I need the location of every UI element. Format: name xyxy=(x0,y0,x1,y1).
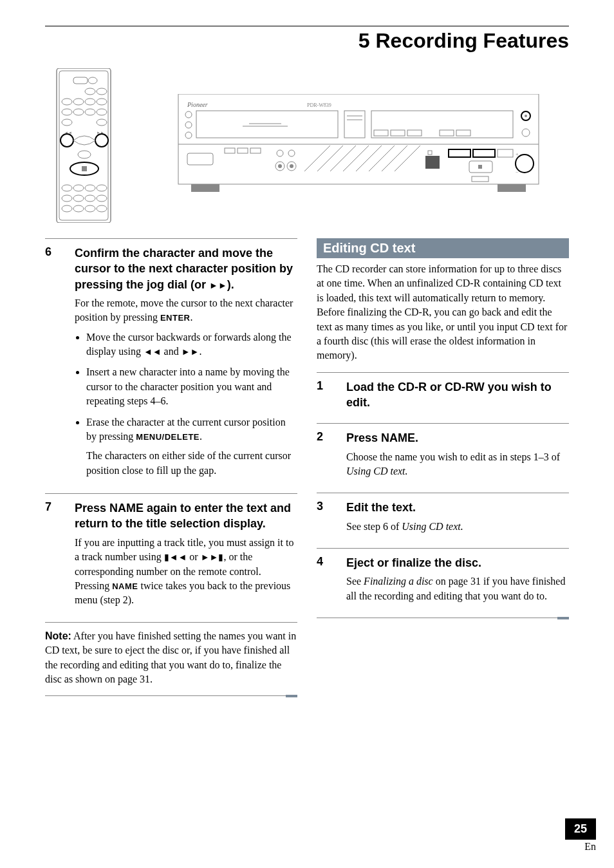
step7-text: If you are inputting a track title, you … xyxy=(75,536,297,608)
left-column: 6 Confirm the character and move the cur… xyxy=(45,238,297,698)
svg-rect-50 xyxy=(391,130,405,136)
step-r1-head: Load the CD-R or CD-RW you wish to edit. xyxy=(346,379,569,411)
svg-point-30 xyxy=(97,195,107,202)
svg-rect-22 xyxy=(82,166,87,171)
step-number: 1 xyxy=(317,379,346,415)
svg-rect-83 xyxy=(472,176,488,182)
svg-point-39 xyxy=(185,132,192,138)
svg-point-4 xyxy=(85,88,95,95)
name-label: NAME xyxy=(112,581,138,591)
svg-point-28 xyxy=(73,195,84,202)
step-r1: 1 Load the CD-R or CD-RW you wish to edi… xyxy=(317,372,569,415)
svg-line-69 xyxy=(356,146,382,171)
svg-point-9 xyxy=(97,99,107,105)
b1e: . xyxy=(199,346,201,357)
svg-point-64 xyxy=(290,164,293,168)
rew-icon: ◄◄ xyxy=(144,346,162,357)
svg-line-66 xyxy=(317,146,343,171)
b1c: and xyxy=(162,346,181,357)
svg-rect-49 xyxy=(374,130,388,136)
svg-point-34 xyxy=(97,205,107,212)
step6-text1: For the remote, move the cursor to the n… xyxy=(75,296,297,325)
step6-text1c: . xyxy=(190,312,192,323)
step-r4-head: Eject or finalize the disc. xyxy=(346,555,569,571)
svg-rect-45 xyxy=(371,111,513,138)
section-end-mark xyxy=(45,695,297,698)
svg-line-68 xyxy=(343,146,369,171)
svg-point-6 xyxy=(62,99,72,105)
svg-rect-52 xyxy=(440,130,454,136)
r2a: Choose the name you wish to edit as in s… xyxy=(346,451,560,462)
device-model: PDR-W839 xyxy=(307,102,331,108)
s7b: or xyxy=(187,551,200,562)
svg-rect-74 xyxy=(428,151,432,155)
svg-point-26 xyxy=(97,185,107,191)
step-r2: 2 Press NAME. Choose the name you wish t… xyxy=(317,423,569,484)
svg-point-8 xyxy=(85,99,95,105)
step-6: 6 Confirm the character and move the cur… xyxy=(45,238,297,484)
step-number: 7 xyxy=(45,500,75,613)
note-block: Note: After you have finished setting th… xyxy=(45,622,297,687)
svg-point-3 xyxy=(88,77,97,84)
step-r3-head: Edit the text. xyxy=(346,500,569,515)
menu-delete-label: MENU/DELETE xyxy=(136,432,200,442)
step-number: 2 xyxy=(317,430,346,484)
page-footer: 25 En xyxy=(565,818,596,853)
prev-track-icon: ▮◄◄ xyxy=(164,552,187,562)
svg-point-59 xyxy=(277,150,283,156)
svg-point-19 xyxy=(95,134,108,147)
step7-heading: Press NAME again to enter the text and r… xyxy=(75,500,297,532)
svg-line-67 xyxy=(330,146,356,171)
section-title-bar: Editing CD text xyxy=(317,238,569,258)
step-number: 4 xyxy=(317,555,346,609)
step-number: 3 xyxy=(317,500,346,539)
svg-point-18 xyxy=(60,134,73,147)
step6-aftertext: The characters on either side of the cur… xyxy=(86,449,297,478)
svg-rect-56 xyxy=(225,148,235,153)
svg-point-5 xyxy=(97,88,107,95)
svg-point-15 xyxy=(97,119,107,126)
step-r2-text: Choose the name you wish to edit as in s… xyxy=(346,450,569,479)
svg-rect-36 xyxy=(196,111,338,138)
svg-point-62 xyxy=(278,164,282,168)
svg-rect-53 xyxy=(456,130,470,136)
r3a: See step 6 of xyxy=(346,521,402,532)
remote-illustration: ◄◄ ►► xyxy=(45,68,122,223)
step6-bullets: Move the cursor backwards or forwards al… xyxy=(75,330,297,478)
svg-rect-42 xyxy=(344,111,365,138)
svg-rect-57 xyxy=(237,148,248,153)
svg-point-23 xyxy=(62,185,72,191)
ff-icon: ►► xyxy=(181,346,200,357)
svg-rect-77 xyxy=(498,149,513,157)
svg-rect-85 xyxy=(498,184,526,192)
page-number: 25 xyxy=(565,818,596,840)
svg-line-72 xyxy=(395,146,420,171)
step-number: 6 xyxy=(45,245,75,484)
svg-point-47 xyxy=(525,115,527,117)
svg-point-37 xyxy=(185,111,192,118)
svg-point-11 xyxy=(73,109,84,115)
svg-rect-58 xyxy=(250,148,261,153)
svg-rect-76 xyxy=(473,149,495,157)
svg-point-27 xyxy=(62,195,72,202)
chapter-title: 5 Recording Features xyxy=(45,29,569,53)
step-r3-text: See step 6 of Using CD text. xyxy=(346,520,569,534)
step6-head-b: ). xyxy=(227,278,234,291)
svg-point-13 xyxy=(97,109,107,115)
r2i: Using CD text. xyxy=(346,466,408,476)
svg-line-65 xyxy=(304,146,330,171)
r4a: See xyxy=(346,576,364,587)
svg-point-33 xyxy=(85,205,95,212)
step6-bullet-2: Insert a new character into a name by mo… xyxy=(86,365,297,408)
svg-point-24 xyxy=(73,185,84,191)
header-rule xyxy=(45,26,569,26)
note-text: After you have finished setting the name… xyxy=(45,630,296,684)
r4i: Finalizing a disc xyxy=(364,576,433,587)
svg-point-12 xyxy=(85,109,95,115)
step-r4: 4 Eject or finalize the disc. See Finali… xyxy=(317,548,569,609)
svg-rect-84 xyxy=(191,184,219,192)
svg-point-32 xyxy=(73,205,84,212)
svg-rect-2 xyxy=(73,77,88,84)
svg-point-60 xyxy=(288,150,295,156)
svg-point-20 xyxy=(78,151,91,158)
